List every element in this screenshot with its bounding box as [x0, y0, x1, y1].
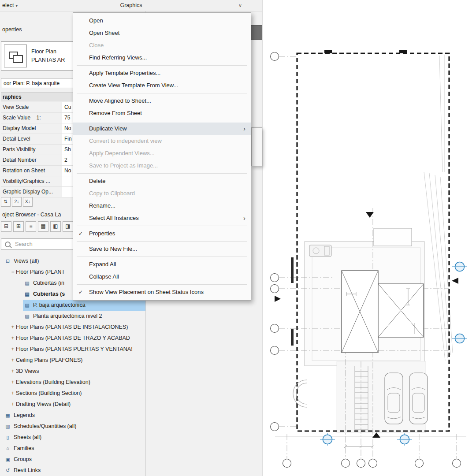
menu-separator [77, 226, 247, 226]
menu-separator [77, 241, 247, 242]
property-label: Detail Number [1, 155, 62, 165]
tree-item-planta-arquitect-nica-nivel-2[interactable]: ▤Planta arquitectónica nivel 2 [0, 311, 145, 322]
menu-item-rename[interactable]: Rename... [73, 200, 251, 212]
link-icon: ↺ [4, 467, 11, 474]
panel-expand-icon[interactable]: ∨ [238, 0, 242, 11]
tree-item-label: Legends [14, 410, 35, 421]
split-right-icon[interactable]: ◨ [63, 221, 73, 232]
expand-icon[interactable]: + [10, 344, 16, 355]
property-label: Graphic Display Op... [1, 187, 62, 197]
menu-item-label: Open [89, 17, 103, 24]
menu-item-delete[interactable]: Delete [73, 175, 251, 187]
expand-icon[interactable]: + [10, 399, 16, 410]
tree-item-3d-views[interactable]: +3D Views [0, 366, 145, 377]
sort-ascending-icon[interactable]: 2↓ [12, 197, 22, 207]
plan-icon: ▤ [24, 291, 30, 298]
menu-item-label: Remove From Sheet [89, 110, 142, 116]
menu-item-properties[interactable]: ✓Properties [73, 227, 251, 240]
views-icon: ⊡ [4, 258, 11, 264]
tree-item-label: Floor Plans (PLANT [16, 267, 65, 278]
menu-item-select-all-instances[interactable]: Select All Instances› [73, 212, 251, 224]
tree-item-floor-plans-plantas-de-instalaciones[interactable]: +Floor Plans (PLANTAS DE INSTALACIONES) [0, 322, 145, 333]
menu-item-show-view-placement-on-sheet-status-icons[interactable]: ✓Show View Placement on Sheet Status Ico… [73, 286, 251, 298]
menu-item-label: Apply Dependent Views... [89, 150, 155, 156]
sort-descending-icon[interactable]: X↓ [23, 197, 33, 207]
menu-item-label: Find Referring Views... [89, 54, 147, 61]
section-marker-icon [397, 433, 412, 446]
driveway-arc [293, 380, 307, 407]
browser-toolbar: ⊟⊞≡▦◧◨ [1, 221, 73, 232]
expand-icon[interactable]: + [10, 388, 16, 399]
dock-icon[interactable]: ⊟ [1, 221, 11, 232]
property-label: Visibility/Graphics ... [1, 176, 62, 186]
menu-item-save-to-new-file[interactable]: Save to New File... [73, 243, 251, 255]
menu-item-label: Close [89, 42, 104, 48]
tree-item-floor-plans-plantas-puertas-y-ventana[interactable]: +Floor Plans (PLANTAS PUERTAS Y VENTANA! [0, 344, 145, 355]
floor-plan-thumbnail-icon [4, 45, 27, 67]
floor-plan-canvas[interactable] [263, 0, 476, 476]
tree-item-label: Sections (Building Section) [16, 388, 82, 399]
graphics-panel-title: Graphics [0, 0, 262, 11]
expand-icon[interactable]: + [10, 355, 16, 366]
tree-item-elevations-building-elevation[interactable]: +Elevations (Building Elevation) [0, 377, 145, 388]
new-view-icon[interactable]: ⊞ [13, 221, 24, 232]
tree-item-label: Drafting Views (Detail) [16, 399, 71, 410]
property-label: Scale Value 1: [1, 113, 62, 123]
tree-item-label: Families [14, 443, 34, 454]
expand-icon[interactable]: + [10, 322, 16, 333]
section-marker-icon [320, 433, 335, 446]
tree-item-schedules-quantities-all[interactable]: ▥Schedules/Quantities (all) [0, 421, 145, 432]
menu-item-create-view-template-from-view[interactable]: Create View Template From View... [73, 79, 251, 92]
submenu-arrow-icon: › [243, 212, 245, 224]
top-bar: Graphics elect▾ ∨ [0, 0, 262, 11]
menu-item-label: Save to Project as Image... [89, 162, 158, 169]
split-left-icon[interactable]: ◧ [50, 221, 61, 232]
select-dropdown[interactable]: elect▾ [2, 0, 18, 11]
family-icon: ⌂ [4, 445, 11, 452]
collapse-icon[interactable]: − [10, 267, 16, 278]
grid-icon[interactable]: ▦ [38, 221, 48, 232]
tree-item-groups[interactable]: ▣Groups [0, 454, 145, 465]
tree-item-families[interactable]: ⌂Families [0, 443, 145, 454]
menu-item-label: Duplicate View [89, 125, 127, 132]
menu-separator [77, 65, 247, 66]
tree-item-p-baja-arquitectonica[interactable]: ▤P. baja arquitectonica [0, 300, 145, 311]
tree-item-label: Groups [14, 454, 32, 465]
menu-item-duplicate-view[interactable]: Duplicate View› [73, 123, 251, 135]
tree-item-revit-links[interactable]: ↺Revit Links [0, 465, 145, 476]
tree-item-label: Elevations (Building Elevation) [16, 377, 90, 388]
list-icon[interactable]: ≡ [26, 221, 36, 232]
property-label: Display Model [1, 123, 62, 134]
property-label: Parts Visibility [1, 145, 62, 155]
tree-item-legends[interactable]: ▦Legends [0, 410, 145, 421]
car [385, 373, 403, 424]
tree-item-label: Ceiling Plans (PLAFONES) [16, 355, 82, 366]
schedule-icon: ▥ [4, 423, 11, 430]
expand-icon[interactable]: + [10, 377, 16, 388]
menu-separator [77, 284, 247, 285]
menu-item-expand-all[interactable]: Expand All [73, 258, 251, 271]
menu-item-remove-from-sheet[interactable]: Remove From Sheet [73, 107, 251, 119]
tree-item-sections-building-section[interactable]: +Sections (Building Section) [0, 388, 145, 399]
filter-icon[interactable]: ⇅ [1, 197, 11, 207]
expand-icon[interactable]: + [10, 366, 16, 377]
tree-item-sheets-all[interactable]: ▯Sheets (all) [0, 432, 145, 443]
tree-item-label: Planta arquitectónica nivel 2 [33, 311, 102, 322]
drawing-area[interactable] [262, 0, 476, 476]
menu-item-open-sheet[interactable]: Open Sheet [73, 27, 251, 39]
menu-item-open[interactable]: Open [73, 15, 251, 27]
menu-item-label: Delete [89, 178, 106, 184]
menu-item-collapse-all[interactable]: Collapse All [73, 271, 251, 283]
menu-item-move-aligned-to-sheet[interactable]: Move Aligned to Sheet... [73, 95, 251, 107]
menu-item-copy-to-clipboard: Copy to Clipboard [73, 187, 251, 200]
tree-item-floor-plans-plantas-de-trazo-y-acabad[interactable]: +Floor Plans (PLANTAS DE TRAZO Y ACABAD [0, 333, 145, 344]
menu-item-label: Properties [89, 230, 115, 237]
tree-item-drafting-views-detail[interactable]: +Drafting Views (Detail) [0, 399, 145, 410]
expand-icon[interactable]: + [10, 333, 16, 344]
tree-item-label: Cubiertas (in [33, 278, 64, 289]
property-label: View Scale [1, 102, 62, 112]
tree-item-ceiling-plans-plafones[interactable]: +Ceiling Plans (PLAFONES) [0, 355, 145, 366]
menu-item-apply-template-properties[interactable]: Apply Template Properties... [73, 67, 251, 79]
menu-item-find-referring-views[interactable]: Find Referring Views... [73, 52, 251, 64]
section-marker-icon [452, 334, 467, 343]
